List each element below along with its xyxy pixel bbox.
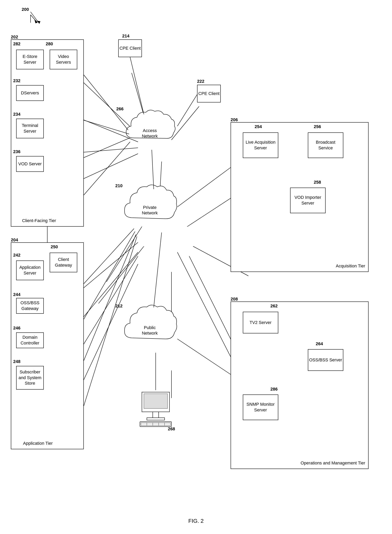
estore-server-label: E-Store Server xyxy=(17,54,43,65)
ref-204: 204 xyxy=(11,237,18,243)
svg-line-53 xyxy=(177,252,231,357)
cpe-client-214-box: CPE Client xyxy=(118,39,142,57)
svg-rect-32 xyxy=(141,423,170,426)
computer-svg xyxy=(136,390,175,430)
ref-202: 202 xyxy=(11,34,18,40)
svg-text:Network: Network xyxy=(142,331,158,336)
estore-server-box: E-Store Server xyxy=(16,50,44,69)
ref-268: 268 xyxy=(152,426,191,432)
domain-controller-label: Domain Controller xyxy=(17,334,43,346)
client-gateway-box: Client Gateway xyxy=(50,253,77,272)
svg-marker-38 xyxy=(37,21,40,24)
terminal-server-box: TerminalServer xyxy=(16,119,44,138)
ref-246: 246 xyxy=(13,325,20,331)
live-acquisition-box: Live Acquisition Server xyxy=(243,132,278,158)
vod-server-box: VOD Server xyxy=(16,156,44,172)
video-servers-box: Video Servers xyxy=(50,50,77,69)
ref-222: 222 xyxy=(197,79,204,84)
figure-label: FIG. 2 xyxy=(188,518,204,524)
ref-262: 262 xyxy=(271,303,278,309)
svg-text:Network: Network xyxy=(142,210,158,215)
ref-208: 208 xyxy=(231,297,238,302)
client-gateway-label: Client Gateway xyxy=(50,257,77,268)
svg-line-47 xyxy=(84,229,134,284)
svg-line-52 xyxy=(177,167,231,207)
terminal-server-label: TerminalServer xyxy=(22,123,38,134)
ref-232: 232 xyxy=(13,78,20,83)
snmp-monitor-label: SNMP Monitor Server xyxy=(243,402,278,413)
application-tier-box: 242 250 Client Gateway Application Serve… xyxy=(11,242,84,449)
svg-line-54 xyxy=(154,232,162,307)
subscriber-store-box: Subscriber and System Store xyxy=(16,366,44,390)
diagram: 200 282 280 E-Store Server Video Servers… xyxy=(0,0,392,534)
oss-bss-gateway-label: OSS/BSS Gateway xyxy=(17,300,43,311)
ref-286: 286 xyxy=(271,387,278,392)
svg-rect-28 xyxy=(144,394,168,409)
subscriber-store-label: Subscriber and System Store xyxy=(17,369,43,386)
ref-254: 254 xyxy=(255,124,262,129)
private-network-svg: Private Network xyxy=(122,181,177,232)
ref-266: 266 xyxy=(116,107,124,111)
tv2-server-box: TV2 Server xyxy=(243,312,278,333)
broadcast-service-box: Broadcast Service xyxy=(308,132,343,158)
vod-importer-label: VOD Importer Server xyxy=(290,195,325,206)
private-network-cloud: Private Network 210 xyxy=(122,181,177,232)
cpe-client-222-label: CPE Client xyxy=(198,91,219,97)
application-server-label: Application Server xyxy=(17,265,43,276)
svg-text:Public: Public xyxy=(144,325,156,330)
svg-line-40 xyxy=(177,95,197,126)
svg-line-37 xyxy=(31,12,39,24)
vod-importer-box: VOD Importer Server xyxy=(290,188,326,213)
ref-242: 242 xyxy=(13,253,20,258)
ref-250: 250 xyxy=(51,244,58,250)
svg-text:Network: Network xyxy=(142,134,158,139)
operations-tier-label: Operations and Management Tier xyxy=(301,460,365,466)
ref-280: 280 xyxy=(46,41,53,46)
oss-bss-server-label: OSS/BSS Server xyxy=(309,357,342,363)
video-servers-label: Video Servers xyxy=(50,54,77,65)
snmp-monitor-box: SNMP Monitor Server xyxy=(243,395,278,420)
dservers-label: DServers xyxy=(21,90,39,96)
ref-264: 264 xyxy=(316,341,323,346)
svg-line-15 xyxy=(98,246,144,303)
oss-bss-server-box: OSS/BSS Server xyxy=(308,349,343,371)
cpe-client-214-label: CPE Client xyxy=(119,46,141,51)
ref-236: 236 xyxy=(13,149,20,154)
svg-line-0 xyxy=(31,15,37,23)
application-tier-label: Application Tier xyxy=(23,441,53,446)
ref-200: 200 xyxy=(22,7,29,12)
ref-258: 258 xyxy=(314,180,321,185)
access-network-cloud: Access Network 266 xyxy=(122,107,177,150)
ref-212: 212 xyxy=(115,303,123,309)
svg-line-56 xyxy=(177,339,231,374)
ref-256: 256 xyxy=(314,124,321,129)
svg-rect-29 xyxy=(153,412,159,418)
svg-marker-2 xyxy=(34,20,37,23)
computer-icon: 268 xyxy=(136,390,175,436)
live-acquisition-label: Live Acquisition Server xyxy=(243,139,278,151)
broadcast-service-label: Broadcast Service xyxy=(308,139,343,151)
svg-line-41 xyxy=(84,75,128,130)
ref-248: 248 xyxy=(13,359,20,364)
vod-server-label: VOD Server xyxy=(18,161,42,167)
ref-210: 210 xyxy=(115,183,123,188)
cpe-client-222-box: CPE Client xyxy=(197,85,221,102)
svg-line-51 xyxy=(107,227,142,282)
access-network-svg: Access Network xyxy=(122,107,177,150)
ref-214: 214 xyxy=(122,33,130,39)
operations-tier-box: 262 TV2 Server 264 OSS/BSS Server 286 SN… xyxy=(231,302,369,469)
ref-234: 234 xyxy=(13,112,20,117)
ref-244: 244 xyxy=(13,292,20,297)
ref-282: 282 xyxy=(13,41,20,46)
client-facing-tier-box: 282 280 E-Store Server Video Servers 232… xyxy=(11,39,84,227)
ref-206: 206 xyxy=(231,117,238,122)
public-network-cloud: Public Network 212 xyxy=(122,302,177,353)
client-facing-tier-label: Client-Facing Tier xyxy=(22,218,56,223)
dservers-box: DServers xyxy=(16,85,44,101)
svg-text:Private: Private xyxy=(143,205,156,210)
public-network-svg: Public Network xyxy=(122,302,177,353)
svg-rect-30 xyxy=(147,418,165,420)
svg-line-39 xyxy=(130,57,144,114)
application-server-box: Application Server xyxy=(16,260,44,280)
svg-text:Access: Access xyxy=(143,128,157,133)
